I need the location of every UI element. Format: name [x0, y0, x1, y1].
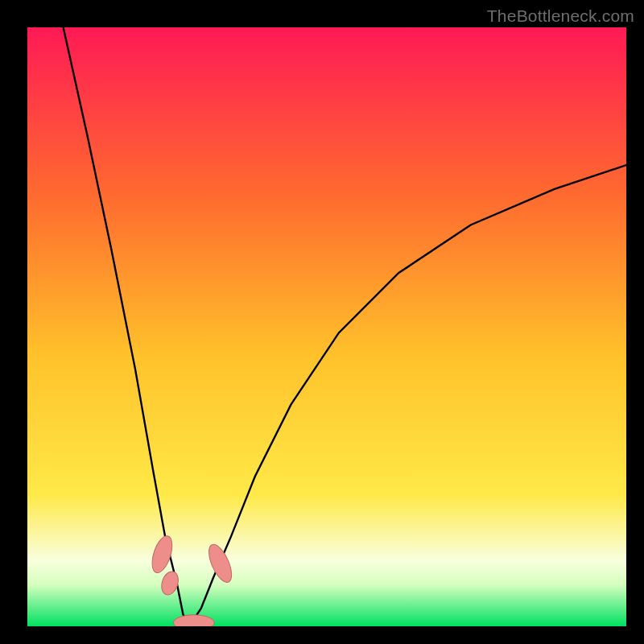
plot-area	[27, 27, 626, 626]
watermark-text: TheBottleneck.com	[487, 6, 634, 26]
outer-frame: TheBottleneck.com	[0, 0, 644, 644]
gradient-background	[27, 27, 626, 626]
plot-svg	[27, 27, 626, 626]
